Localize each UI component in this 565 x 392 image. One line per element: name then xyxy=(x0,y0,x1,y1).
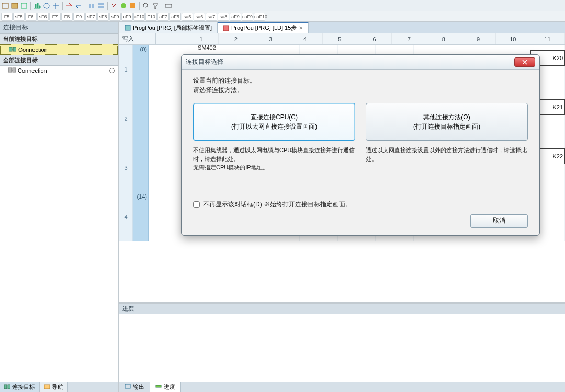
main-area: 连接目标 当前连接目标 Connection 全部连接目标 Connection… xyxy=(0,22,565,392)
bottom-tabs: 输出 进度 xyxy=(119,382,565,392)
direct-cpu-button[interactable]: 直接连接CPU(C) (打开以太网直接连接设置画面) xyxy=(193,103,355,141)
output-icon xyxy=(125,384,131,390)
fkey[interactable]: sF8 xyxy=(97,13,109,21)
sidebar-tab-nav[interactable]: 导航 xyxy=(40,382,68,392)
row-number: 1 xyxy=(119,45,133,94)
tab-label: 连接目标 xyxy=(12,383,35,391)
fkey[interactable]: sF7 xyxy=(85,13,97,21)
row-address: (14) xyxy=(133,192,149,241)
button-line: 直接连接CPU(C) xyxy=(251,112,298,122)
tb-icon[interactable] xyxy=(129,2,137,10)
all-targets-header: 全部连接目标 xyxy=(0,55,118,66)
separator xyxy=(107,2,108,10)
fkey[interactable]: cF10 xyxy=(133,13,145,21)
function-key-bar: F5 sF5 F6 sF6 F7 F8 F9 sF7 sF8 sF9 cF9 c… xyxy=(0,11,565,22)
doc-icon xyxy=(223,25,229,31)
svg-rect-12 xyxy=(13,47,16,51)
svg-rect-21 xyxy=(156,385,161,387)
fkey[interactable]: caF10 xyxy=(254,13,265,21)
close-icon[interactable]: ✕ xyxy=(299,25,303,31)
fkey[interactable]: F8 xyxy=(61,13,73,21)
tb-icon[interactable] xyxy=(1,2,9,10)
doc-tab-labels[interactable]: ProgPou [PRG] [局部标签设置] xyxy=(119,22,218,33)
progress-tab[interactable]: 进度 xyxy=(150,382,181,392)
svg-rect-20 xyxy=(125,384,130,388)
fkey[interactable]: F9 xyxy=(73,13,85,21)
fkey[interactable]: sF5 xyxy=(13,13,25,21)
close-button[interactable] xyxy=(514,57,535,67)
svg-rect-15 xyxy=(4,385,7,389)
tb-icon[interactable] xyxy=(97,2,105,10)
all-connection-item[interactable]: Connection xyxy=(0,66,118,75)
svg-rect-0 xyxy=(2,3,8,8)
output-tab[interactable]: 输出 xyxy=(119,382,150,392)
col-num: 5 xyxy=(323,33,357,44)
progress-body xyxy=(119,314,565,382)
col-num: 4 xyxy=(288,33,323,44)
write-mode-label: 写入 xyxy=(119,33,156,44)
tb-icon[interactable] xyxy=(33,2,41,10)
editor-area: ProgPou [PRG] [局部标签设置] ProgPou [PRG] [LD… xyxy=(119,22,565,392)
row-number: 3 xyxy=(119,143,133,192)
sidebar-body: 当前连接目标 Connection 全部连接目标 Connection xyxy=(0,33,118,382)
doc-tab-ladder[interactable]: ProgPou [PRG] [LD] 15步 ✕ xyxy=(218,22,309,33)
dont-show-checkbox[interactable] xyxy=(193,201,200,208)
tb-icon[interactable] xyxy=(119,2,128,10)
tb-icon[interactable] xyxy=(110,2,118,10)
svg-rect-4 xyxy=(92,4,94,8)
fkey[interactable]: F7 xyxy=(49,13,61,21)
instr-line: 设置当前的连接目标。 xyxy=(193,76,528,85)
cancel-button[interactable]: 取消 xyxy=(470,214,528,228)
tb-icon[interactable] xyxy=(164,2,173,10)
separator xyxy=(85,2,85,10)
progress-panel: 进度 输出 进度 xyxy=(119,302,565,392)
tb-icon[interactable] xyxy=(52,2,60,10)
svg-point-2 xyxy=(44,3,49,8)
fkey[interactable]: sa7 xyxy=(206,13,217,21)
svg-rect-5 xyxy=(98,3,104,5)
tb-icon[interactable] xyxy=(20,2,28,10)
tb-icon[interactable] xyxy=(10,2,19,10)
sidebar-title: 连接目标 xyxy=(0,22,118,33)
col-num: 3 xyxy=(253,33,288,44)
other-method-button[interactable]: 其他连接方法(O) (打开连接目标指定画面) xyxy=(366,103,528,141)
button-line: (打开以太网直接连接设置画面) xyxy=(231,122,317,131)
fkey[interactable]: aF7 xyxy=(157,13,169,21)
fkey[interactable]: aF9 xyxy=(230,13,241,21)
svg-rect-16 xyxy=(8,385,10,389)
fkey[interactable]: F5 xyxy=(1,13,13,21)
fkey[interactable]: F10 xyxy=(145,13,157,21)
col-num: 8 xyxy=(426,33,461,44)
fkey[interactable]: sF9 xyxy=(109,13,121,21)
row-number: 4 xyxy=(119,192,133,241)
connection-icon xyxy=(8,67,16,74)
connection-icon xyxy=(4,384,10,390)
option-row: 直接连接CPU(C) (打开以太网直接连接设置画面) 其他连接方法(O) (打开… xyxy=(193,103,528,141)
connection-icon xyxy=(9,46,16,53)
tb-icon[interactable] xyxy=(65,2,73,10)
tree-item-label: Connection xyxy=(18,47,48,53)
fkey[interactable]: aF5 xyxy=(170,13,181,21)
svg-rect-18 xyxy=(125,25,130,30)
dialog-titlebar[interactable]: 连接目标选择 xyxy=(182,55,539,70)
search-icon[interactable] xyxy=(142,2,150,10)
fkey[interactable]: sa8 xyxy=(218,13,229,21)
tb-icon[interactable] xyxy=(151,2,160,10)
fkey[interactable]: sF6 xyxy=(37,13,49,21)
current-connection-item[interactable]: Connection xyxy=(0,44,118,55)
button-line: (打开连接目标指定画面) xyxy=(413,122,480,131)
ladder-editor[interactable]: 写入 1 2 3 4 5 6 7 8 9 10 11 SM402 xyxy=(119,33,565,302)
tb-icon[interactable] xyxy=(42,2,51,10)
fkey[interactable]: F6 xyxy=(25,13,37,21)
dialog-body: 设置当前的连接目标。 请选择连接方法。 直接连接CPU(C) (打开以太网直接连… xyxy=(182,70,539,235)
tb-icon[interactable] xyxy=(74,2,83,10)
radio-icon[interactable] xyxy=(109,68,115,73)
tab-label: ProgPou [PRG] [LD] 15步 xyxy=(231,24,297,32)
fkey[interactable]: caF9 xyxy=(242,13,253,21)
fkey[interactable]: cF9 xyxy=(121,13,133,21)
fkey[interactable]: sa5 xyxy=(182,13,193,21)
fkey[interactable]: sa6 xyxy=(194,13,205,21)
tb-icon[interactable] xyxy=(87,2,96,10)
svg-point-7 xyxy=(121,3,126,8)
sidebar-tab-connection[interactable]: 连接目标 xyxy=(0,382,40,392)
